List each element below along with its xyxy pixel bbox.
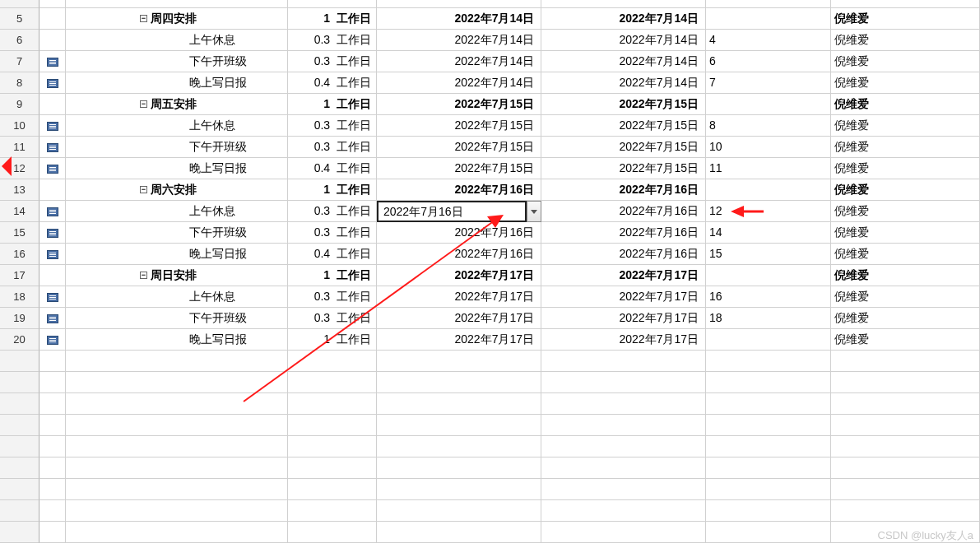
empty-cell[interactable]	[706, 415, 831, 436]
predecessor-cell[interactable]	[706, 0, 831, 8]
row-header[interactable]: 9	[0, 94, 39, 115]
duration-cell[interactable]: 1 工作日	[288, 94, 377, 115]
empty-cell[interactable]	[377, 500, 541, 522]
empty-cell[interactable]	[66, 522, 288, 543]
row-header-empty[interactable]	[0, 393, 39, 415]
row-header[interactable]: 11	[0, 137, 39, 158]
collapse-icon[interactable]: −	[140, 15, 147, 22]
duration-cell[interactable]	[288, 0, 377, 8]
finish-date-cell[interactable]: 2022年7月16日	[541, 244, 706, 265]
task-name-cell[interactable]: 上午休息	[66, 115, 288, 137]
task-name-cell[interactable]: 上午休息	[66, 30, 288, 51]
resource-cell[interactable]: 倪维爱	[831, 244, 980, 265]
predecessor-cell[interactable]	[706, 8, 831, 30]
task-name-cell[interactable]: 下午开班级	[66, 222, 288, 244]
empty-cell[interactable]	[66, 393, 288, 415]
empty-cell[interactable]	[541, 500, 706, 522]
predecessor-cell[interactable]	[706, 94, 831, 115]
start-date-cell[interactable]: 2022年7月14日	[377, 30, 541, 51]
predecessor-cell[interactable]	[706, 329, 831, 351]
task-name-cell[interactable]: 下午开班级	[66, 51, 288, 72]
start-date-cell[interactable]: 2022年7月15日	[377, 158, 541, 179]
start-date-cell[interactable]: 2022年7月17日	[377, 308, 541, 329]
duration-cell[interactable]: 0.3 工作日	[288, 201, 377, 222]
start-date-cell[interactable]: 2022年7月17日	[377, 286, 541, 308]
task-name-cell[interactable]: 下午开班级	[66, 137, 288, 158]
empty-cell[interactable]	[66, 457, 288, 479]
resource-cell[interactable]: 倪维爱	[831, 158, 980, 179]
finish-date-cell[interactable]	[541, 0, 706, 8]
resource-cell[interactable]: 倪维爱	[831, 137, 980, 158]
empty-cell[interactable]	[377, 479, 541, 500]
empty-cell[interactable]	[377, 415, 541, 436]
finish-date-cell[interactable]: 2022年7月15日	[541, 137, 706, 158]
resource-cell[interactable]: 倪维爱	[831, 222, 980, 244]
predecessor-cell[interactable]: 12	[706, 201, 831, 222]
row-header[interactable]: 16	[0, 244, 39, 265]
predecessor-cell[interactable]: 7	[706, 72, 831, 94]
row-header[interactable]: 20	[0, 329, 39, 351]
empty-cell[interactable]	[39, 436, 66, 457]
duration-cell[interactable]: 1 工作日	[288, 179, 377, 201]
start-date-cell[interactable]: 2022年7月16日	[377, 222, 541, 244]
row-header-empty[interactable]	[0, 415, 39, 436]
start-date-cell[interactable]	[377, 0, 541, 8]
empty-cell[interactable]	[288, 522, 377, 543]
finish-date-cell[interactable]: 2022年7月16日	[541, 179, 706, 201]
predecessor-cell[interactable]: 4	[706, 30, 831, 51]
row-header[interactable]: 6	[0, 30, 39, 51]
finish-date-cell[interactable]: 2022年7月15日	[541, 94, 706, 115]
row-header[interactable]: 19	[0, 308, 39, 329]
empty-cell[interactable]	[541, 351, 706, 372]
empty-cell[interactable]	[541, 522, 706, 543]
empty-cell[interactable]	[288, 415, 377, 436]
empty-cell[interactable]	[377, 436, 541, 457]
duration-cell[interactable]: 0.4 工作日	[288, 244, 377, 265]
row-header[interactable]: 8	[0, 72, 39, 94]
empty-cell[interactable]	[39, 457, 66, 479]
predecessor-cell[interactable]: 6	[706, 51, 831, 72]
task-name-cell[interactable]: −周日安排	[66, 265, 288, 286]
start-date-cell[interactable]: 2022年7月15日	[377, 115, 541, 137]
row-header-empty[interactable]	[0, 479, 39, 500]
duration-cell[interactable]: 0.3 工作日	[288, 308, 377, 329]
start-date-cell[interactable]: 2022年7月16日	[377, 179, 541, 201]
duration-cell[interactable]: 0.3 工作日	[288, 286, 377, 308]
empty-cell[interactable]	[288, 457, 377, 479]
predecessor-cell[interactable]: 16	[706, 286, 831, 308]
finish-date-cell[interactable]: 2022年7月17日	[541, 308, 706, 329]
collapse-icon[interactable]: −	[140, 272, 147, 279]
duration-cell[interactable]: 1 工作日	[288, 8, 377, 30]
row-header[interactable]: 12	[0, 158, 39, 179]
task-name-cell[interactable]: −周六安排	[66, 179, 288, 201]
duration-cell[interactable]: 0.3 工作日	[288, 222, 377, 244]
empty-cell[interactable]	[541, 436, 706, 457]
empty-cell[interactable]	[377, 372, 541, 393]
selected-date-cell[interactable]: 2022年7月16日	[377, 201, 527, 222]
empty-cell[interactable]	[66, 372, 288, 393]
resource-cell[interactable]: 倪维爱	[831, 265, 980, 286]
resource-cell[interactable]: 倪维爱	[831, 115, 980, 137]
empty-cell[interactable]	[831, 457, 980, 479]
predecessor-cell[interactable]: 8	[706, 115, 831, 137]
empty-cell[interactable]	[831, 479, 980, 500]
empty-cell[interactable]	[541, 457, 706, 479]
row-header[interactable]: 10	[0, 115, 39, 137]
predecessor-cell[interactable]	[706, 179, 831, 201]
duration-cell[interactable]: 0.3 工作日	[288, 137, 377, 158]
empty-cell[interactable]	[288, 436, 377, 457]
empty-cell[interactable]	[66, 351, 288, 372]
task-name-cell[interactable]: 晚上写日报	[66, 244, 288, 265]
empty-cell[interactable]	[39, 351, 66, 372]
empty-cell[interactable]	[66, 415, 288, 436]
empty-cell[interactable]	[377, 522, 541, 543]
task-grid[interactable]: 5−周四安排1 工作日2022年7月14日2022年7月14日倪维爱6上午休息0…	[0, 0, 980, 543]
row-header[interactable]: 13	[0, 179, 39, 201]
predecessor-cell[interactable]: 15	[706, 244, 831, 265]
resource-cell[interactable]: 倪维爱	[831, 72, 980, 94]
start-date-cell[interactable]: 2022年7月15日	[377, 94, 541, 115]
resource-cell[interactable]	[831, 0, 980, 8]
empty-cell[interactable]	[39, 415, 66, 436]
resource-cell[interactable]: 倪维爱	[831, 286, 980, 308]
empty-cell[interactable]	[706, 522, 831, 543]
